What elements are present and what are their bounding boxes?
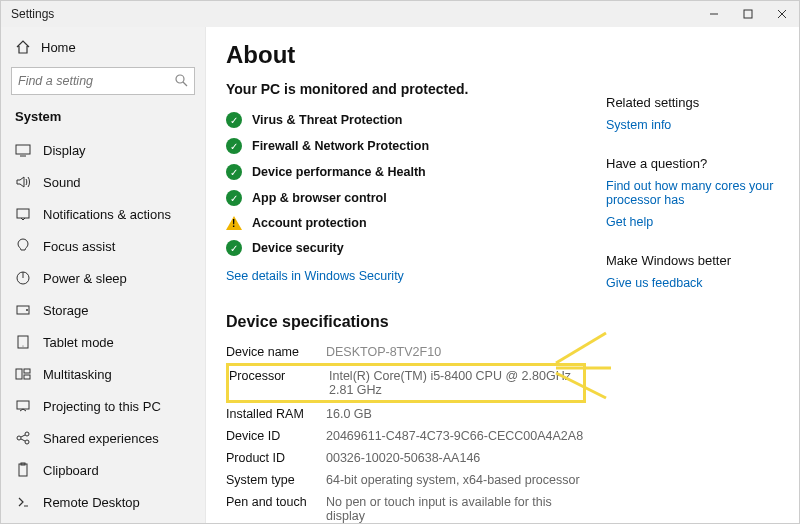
svg-point-19	[17, 436, 21, 440]
nav-label: Projecting to this PC	[43, 399, 161, 414]
nav-shared-experiences[interactable]: Shared experiences	[1, 422, 205, 454]
nav-display[interactable]: Display	[1, 134, 205, 166]
protect-item-firewall: ✓Firewall & Network Protection	[226, 133, 586, 159]
nav-tablet-mode[interactable]: Tablet mode	[1, 326, 205, 358]
protect-item-performance: ✓Device performance & Health	[226, 159, 586, 185]
search-input[interactable]	[18, 74, 188, 88]
spec-heading: Device specifications	[226, 313, 586, 331]
nav-label: Sound	[43, 175, 81, 190]
check-icon: ✓	[226, 138, 242, 154]
svg-point-21	[25, 440, 29, 444]
svg-point-12	[26, 309, 28, 311]
pen-touch-value: No pen or touch input is available for t…	[326, 495, 586, 523]
maximize-button[interactable]	[731, 1, 765, 27]
spec-row-device-name: Device name DESKTOP-8TV2F10	[226, 341, 586, 363]
protection-subtitle: Your PC is monitored and protected.	[226, 81, 586, 97]
nav-label: Multitasking	[43, 367, 112, 382]
svg-rect-6	[16, 145, 30, 154]
product-id-value: 00326-10020-50638-AA146	[326, 451, 586, 465]
nav-notifications[interactable]: Notifications & actions	[1, 198, 205, 230]
svg-rect-8	[17, 209, 29, 218]
minimize-button[interactable]	[697, 1, 731, 27]
nav-storage[interactable]: Storage	[1, 294, 205, 326]
feedback-link[interactable]: Give us feedback	[606, 276, 781, 290]
device-name-value: DESKTOP-8TV2F10	[326, 345, 586, 359]
nav-sound[interactable]: Sound	[1, 166, 205, 198]
check-icon: ✓	[226, 112, 242, 128]
spec-row-processor: Processor Intel(R) Core(TM) i5-8400 CPU …	[226, 363, 586, 403]
nav-label: Remote Desktop	[43, 495, 140, 510]
svg-point-20	[25, 432, 29, 436]
svg-point-4	[176, 75, 184, 83]
nav-label: Focus assist	[43, 239, 115, 254]
protect-item-account: Account protection	[226, 211, 586, 235]
search-icon	[174, 73, 188, 90]
svg-line-5	[183, 82, 187, 86]
nav-projecting[interactable]: Projecting to this PC	[1, 390, 205, 422]
spec-row-device-id: Device ID 20469611-C487-4C73-9C66-CECC00…	[226, 425, 586, 447]
svg-line-22	[21, 435, 25, 437]
protect-item-app-browser: ✓App & browser control	[226, 185, 586, 211]
nav-label: Display	[43, 143, 86, 158]
projecting-icon	[15, 398, 31, 414]
svg-point-14	[23, 346, 24, 347]
search-box[interactable]	[11, 67, 195, 95]
svg-rect-24	[19, 464, 27, 476]
titlebar: Settings	[1, 1, 799, 27]
nav-label: Clipboard	[43, 463, 99, 478]
svg-rect-17	[24, 375, 30, 379]
protect-item-virus: ✓Virus & Threat Protection	[226, 107, 586, 133]
nav-label: Shared experiences	[43, 431, 159, 446]
check-icon: ✓	[226, 190, 242, 206]
svg-line-23	[21, 439, 25, 441]
system-info-link[interactable]: System info	[606, 118, 781, 132]
protect-item-device-security: ✓Device security	[226, 235, 586, 261]
nav-power-sleep[interactable]: Power & sleep	[1, 262, 205, 294]
storage-icon	[15, 302, 31, 318]
svg-rect-16	[24, 369, 30, 373]
notifications-icon	[15, 206, 31, 222]
get-help-link[interactable]: Get help	[606, 215, 781, 229]
device-id-value: 20469611-C487-4C73-9C66-CECC00A4A2A8	[326, 429, 586, 443]
multitasking-icon	[15, 366, 31, 382]
nav-label: Storage	[43, 303, 89, 318]
nav-label: Power & sleep	[43, 271, 127, 286]
question-heading: Have a question?	[606, 156, 781, 171]
nav-label: Tablet mode	[43, 335, 114, 350]
cores-help-link[interactable]: Find out how many cores your processor h…	[606, 179, 781, 207]
home-nav[interactable]: Home	[1, 33, 205, 61]
protection-list: ✓Virus & Threat Protection ✓Firewall & N…	[226, 107, 586, 261]
svg-rect-1	[744, 10, 752, 18]
shared-icon	[15, 430, 31, 446]
spec-table: Device name DESKTOP-8TV2F10 Processor In…	[226, 341, 586, 523]
close-button[interactable]	[765, 1, 799, 27]
sound-icon	[15, 174, 31, 190]
make-better-heading: Make Windows better	[606, 253, 781, 268]
check-icon: ✓	[226, 164, 242, 180]
ram-value: 16.0 GB	[326, 407, 586, 421]
display-icon	[15, 142, 31, 158]
processor-value: Intel(R) Core(TM) i5-8400 CPU @ 2.80GHz …	[329, 369, 583, 397]
page-title: About	[226, 41, 586, 69]
home-icon	[15, 39, 31, 55]
svg-rect-15	[16, 369, 22, 379]
clipboard-icon	[15, 462, 31, 478]
check-icon: ✓	[226, 240, 242, 256]
nav-multitasking[interactable]: Multitasking	[1, 358, 205, 390]
remote-desktop-icon	[15, 494, 31, 510]
spec-row-system-type: System type 64-bit operating system, x64…	[226, 469, 586, 491]
tablet-icon	[15, 334, 31, 350]
nav-remote-desktop[interactable]: Remote Desktop	[1, 486, 205, 518]
section-header: System	[1, 103, 205, 134]
sidebar: Home System Display Sound Notifications …	[1, 27, 206, 523]
window-title: Settings	[11, 7, 54, 21]
home-label: Home	[41, 40, 76, 55]
svg-rect-18	[17, 401, 29, 409]
security-details-link[interactable]: See details in Windows Security	[226, 269, 586, 283]
related-settings-heading: Related settings	[606, 95, 781, 110]
nav-label: Notifications & actions	[43, 207, 171, 222]
nav-focus-assist[interactable]: Focus assist	[1, 230, 205, 262]
warning-icon	[226, 216, 242, 230]
focus-assist-icon	[15, 238, 31, 254]
nav-clipboard[interactable]: Clipboard	[1, 454, 205, 486]
